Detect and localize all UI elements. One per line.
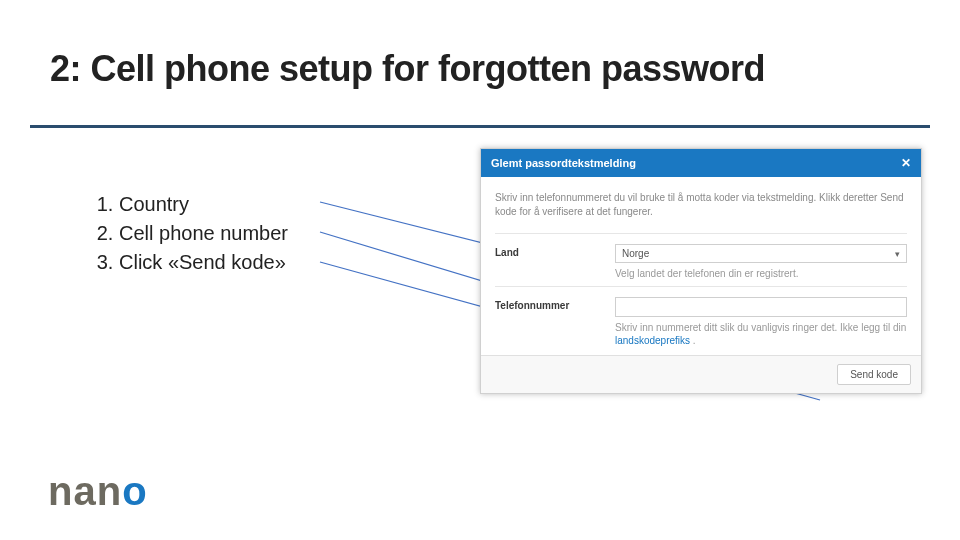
chevron-down-icon: ▾ [895,249,900,259]
forgot-password-dialog: Glemt passordtekstmelding ✕ Skriv inn te… [480,148,922,394]
step-item: Click «Send kode» [119,248,288,277]
send-code-button[interactable]: Send kode [837,364,911,385]
slide-title: 2: Cell phone setup for forgotten passwo… [50,48,765,90]
steps-list: Country Cell phone number Click «Send ko… [95,190,288,277]
country-field-row: Land Norge ▾ Velg landet der telefonen d… [495,233,907,280]
title-divider [30,125,930,128]
country-select[interactable]: Norge ▾ [615,244,907,263]
phone-label: Telefonnummer [495,297,615,311]
dialog-body: Skriv inn telefonnummeret du vil bruke t… [481,177,921,355]
dialog-intro-text: Skriv inn telefonnummeret du vil bruke t… [495,191,907,219]
step-item: Country [119,190,288,219]
close-icon[interactable]: ✕ [901,157,911,169]
country-label: Land [495,244,615,258]
country-help-text: Velg landet der telefonen din er registr… [615,267,907,280]
country-select-value: Norge [622,248,649,259]
phone-input[interactable] [615,297,907,317]
step-item: Cell phone number [119,219,288,248]
phone-help-text: Skriv inn nummeret ditt slik du vanligvi… [615,321,907,347]
dialog-footer: Send kode [481,355,921,393]
dialog-header: Glemt passordtekstmelding ✕ [481,149,921,177]
dialog-title: Glemt passordtekstmelding [491,157,636,169]
phone-field-row: Telefonnummer Skriv inn nummeret ditt sl… [495,286,907,347]
landcode-link[interactable]: landskodeprefiks [615,335,690,346]
nano-logo: nano [48,469,148,514]
